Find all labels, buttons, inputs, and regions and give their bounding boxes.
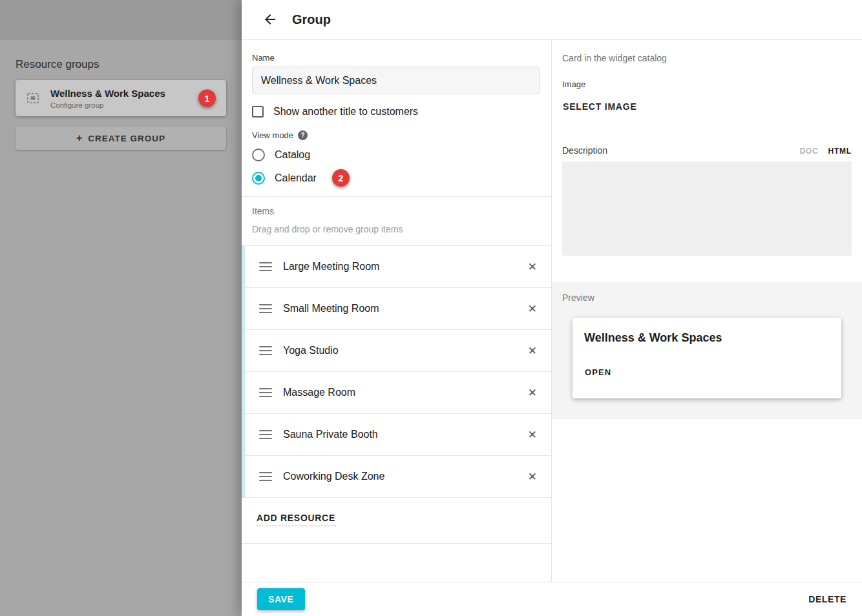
save-button[interactable]: SAVE [257, 588, 305, 610]
annotation-badge-1: 1 [198, 90, 216, 107]
radio-calendar[interactable]: Calendar 2 [252, 169, 540, 187]
group-item-label: Massage Room [283, 387, 355, 398]
items-hint: Drag and drop or remove group items [252, 224, 541, 234]
drag-handle-icon[interactable] [259, 472, 272, 481]
create-group-label: CREATE GROUP [88, 134, 165, 143]
widget-catalog-column: Card in the widget catalog Image SELECT … [552, 40, 862, 582]
resource-groups-sidebar: Resource groups Wellness & Work Spaces C… [0, 0, 242, 616]
group-item-row: Sauna Private Booth ✕ [242, 414, 551, 456]
annotation-badge-2: 2 [332, 169, 350, 187]
select-image-button[interactable]: SELECT IMAGE [562, 100, 638, 113]
tab-doc[interactable]: DOC [799, 147, 818, 156]
divider [242, 543, 551, 544]
screen: Resource groups Wellness & Work Spaces C… [0, 0, 862, 616]
drag-handle-icon[interactable] [259, 346, 272, 355]
open-button[interactable]: OPEN [584, 366, 612, 378]
name-input[interactable] [252, 67, 540, 94]
drag-handle-icon[interactable] [259, 304, 272, 313]
preview-section: Preview Wellness & Work Spaces OPEN [552, 282, 862, 419]
panel-footer: SAVE DELETE [242, 582, 862, 616]
group-settings-column: Name Show another title to customers Vie… [242, 40, 552, 582]
group-item-row: Massage Room ✕ [242, 372, 551, 414]
group-card[interactable]: Wellness & Work Spaces Configure group 1 [16, 80, 226, 116]
remove-item-icon[interactable]: ✕ [524, 384, 541, 402]
back-arrow-icon[interactable] [262, 12, 279, 28]
drag-handle-icon[interactable] [259, 430, 272, 439]
group-item-label: Yoga Studio [283, 345, 339, 356]
add-resource-button[interactable]: ADD RESOURCE [256, 513, 336, 526]
group-item-label: Large Meeting Room [283, 261, 379, 272]
panel-header: Group [242, 0, 862, 40]
resource-groups-title: Resource groups [16, 58, 226, 71]
create-group-button[interactable]: + CREATE GROUP [16, 127, 226, 150]
group-panel: Group Name Show another title to custome… [242, 0, 862, 616]
delete-button[interactable]: DELETE [808, 594, 846, 604]
plus-icon: + [76, 132, 83, 144]
radio-unchecked-icon[interactable] [252, 149, 265, 161]
drag-handle-icon[interactable] [259, 262, 272, 271]
checkbox-label: Show another title to customers [273, 106, 418, 118]
tab-html[interactable]: HTML [828, 147, 852, 156]
preview-card-title: Wellness & Work Spaces [584, 331, 830, 345]
group-item-row: Small Meeting Room ✕ [242, 288, 551, 330]
radio-catalog-label: Catalog [275, 149, 310, 161]
checkbox-icon[interactable] [252, 106, 264, 118]
widget-section-title: Card in the widget catalog [562, 53, 852, 63]
group-item-row: Yoga Studio ✕ [242, 330, 551, 372]
group-icon [25, 90, 41, 107]
description-textarea[interactable] [562, 161, 852, 256]
remove-item-icon[interactable]: ✕ [524, 258, 541, 276]
group-card-title: Wellness & Work Spaces [50, 88, 165, 99]
radio-checked-icon[interactable] [252, 172, 265, 185]
items-section-title: Items [252, 206, 541, 216]
remove-item-icon[interactable]: ✕ [524, 342, 541, 360]
radio-catalog[interactable]: Catalog [252, 146, 540, 163]
show-another-title-checkbox[interactable]: Show another title to customers [252, 106, 540, 118]
drag-handle-icon[interactable] [259, 388, 272, 397]
image-label: Image [562, 79, 852, 89]
remove-item-icon[interactable]: ✕ [524, 300, 541, 318]
help-icon[interactable]: ? [298, 130, 308, 140]
group-item-label: Coworking Desk Zone [283, 471, 384, 482]
view-mode-label: View mode [252, 130, 293, 140]
group-item-row: Coworking Desk Zone ✕ [242, 456, 551, 498]
name-label: Name [252, 53, 540, 63]
app-topbar [0, 0, 242, 40]
remove-item-icon[interactable]: ✕ [524, 467, 541, 486]
group-item-label: Sauna Private Booth [283, 429, 378, 440]
preview-card: Wellness & Work Spaces OPEN [573, 318, 841, 398]
description-label: Description [562, 145, 607, 156]
preview-title: Preview [562, 293, 852, 303]
remove-item-icon[interactable]: ✕ [524, 426, 541, 444]
radio-calendar-label: Calendar [275, 172, 317, 184]
group-card-subtitle: Configure group [50, 101, 165, 109]
panel-title: Group [292, 12, 331, 27]
group-item-row: Large Meeting Room ✕ [242, 246, 551, 288]
group-item-label: Small Meeting Room [283, 303, 379, 314]
